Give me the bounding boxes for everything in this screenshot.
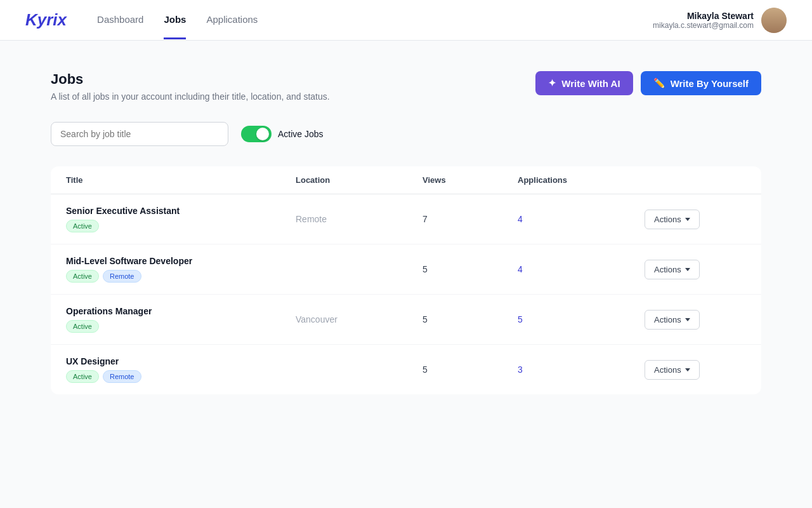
col-applications: Applications bbox=[518, 175, 645, 185]
nav-link-applications[interactable]: Applications bbox=[206, 1, 258, 39]
navbar: Kyrix Dashboard Jobs Applications Mikayl… bbox=[0, 0, 812, 41]
filters: Active Jobs bbox=[51, 122, 761, 146]
table-row: UX DesignerActiveRemote53Actions bbox=[51, 345, 761, 394]
actions-button[interactable]: Actions bbox=[645, 210, 700, 229]
chevron-down-icon bbox=[685, 268, 690, 271]
pencil-icon: ✏️ bbox=[653, 77, 665, 89]
user-info: Mikayla Stewart mikayla.c.stewart@gmail.… bbox=[653, 11, 754, 30]
col-title: Title bbox=[66, 175, 296, 185]
col-location: Location bbox=[296, 175, 422, 185]
chevron-down-icon bbox=[685, 218, 690, 221]
table-header: Title Location Views Applications bbox=[51, 166, 761, 194]
job-actions-cell: Actions bbox=[645, 310, 746, 330]
brand-logo[interactable]: Kyrix bbox=[25, 10, 67, 30]
actions-button[interactable]: Actions bbox=[645, 260, 700, 279]
job-views: 5 bbox=[422, 314, 518, 324]
ai-icon: ✦ bbox=[548, 77, 556, 89]
job-views: 5 bbox=[422, 364, 518, 375]
user-name: Mikayla Stewart bbox=[653, 11, 754, 21]
job-title-text: Operations Manager bbox=[66, 306, 296, 316]
job-title-cell: Mid-Level Software DeveloperActiveRemote bbox=[66, 256, 296, 283]
tag-remote: Remote bbox=[103, 370, 141, 383]
job-tags: Active bbox=[66, 320, 296, 333]
nav-link-dashboard[interactable]: Dashboard bbox=[97, 1, 143, 39]
search-input[interactable] bbox=[51, 122, 228, 146]
table-row: Operations ManagerActiveVancouver55Actio… bbox=[51, 295, 761, 345]
tag-active: Active bbox=[66, 320, 99, 333]
jobs-table: Title Location Views Applications Senior… bbox=[51, 166, 761, 394]
col-actions bbox=[645, 175, 746, 185]
job-tags: ActiveRemote bbox=[66, 370, 296, 383]
job-title-text: Mid-Level Software Developer bbox=[66, 256, 296, 266]
write-button-label: Write By Yourself bbox=[671, 78, 749, 89]
job-applications[interactable]: 4 bbox=[518, 264, 645, 274]
avatar[interactable] bbox=[761, 8, 787, 33]
user-profile: Mikayla Stewart mikayla.c.stewart@gmail.… bbox=[653, 8, 787, 33]
chevron-down-icon bbox=[685, 368, 690, 371]
job-applications[interactable]: 3 bbox=[518, 364, 645, 375]
job-title-cell: UX DesignerActiveRemote bbox=[66, 356, 296, 383]
table-row: Senior Executive AssistantActiveRemote74… bbox=[51, 194, 761, 244]
job-applications[interactable]: 4 bbox=[518, 214, 645, 224]
nav-link-jobs[interactable]: Jobs bbox=[164, 1, 186, 39]
job-actions-cell: Actions bbox=[645, 210, 746, 229]
job-title-text: UX Designer bbox=[66, 356, 296, 366]
col-views: Views bbox=[422, 175, 518, 185]
page-subtitle: A list of all jobs in your account inclu… bbox=[51, 91, 330, 102]
page-title: Jobs bbox=[51, 71, 330, 88]
job-title-text: Senior Executive Assistant bbox=[66, 206, 296, 216]
job-views: 7 bbox=[422, 214, 518, 224]
actions-button[interactable]: Actions bbox=[645, 310, 700, 330]
tag-active: Active bbox=[66, 370, 99, 383]
job-actions-cell: Actions bbox=[645, 360, 746, 380]
user-email: mikayla.c.stewart@gmail.com bbox=[653, 21, 754, 30]
active-jobs-toggle-group: Active Jobs bbox=[241, 126, 324, 142]
job-actions-cell: Actions bbox=[645, 260, 746, 279]
tag-remote: Remote bbox=[103, 270, 141, 283]
active-jobs-toggle[interactable] bbox=[241, 126, 272, 142]
chevron-down-icon bbox=[685, 318, 690, 321]
header-actions: ✦ Write With AI ✏️ Write By Yourself bbox=[535, 71, 761, 95]
actions-button[interactable]: Actions bbox=[645, 360, 700, 380]
write-with-ai-button[interactable]: ✦ Write With AI bbox=[535, 71, 632, 95]
main-content: Jobs A list of all jobs in your account … bbox=[25, 41, 787, 425]
nav-links: Dashboard Jobs Applications bbox=[97, 1, 653, 39]
tag-active: Active bbox=[66, 270, 99, 283]
ai-button-label: Write With AI bbox=[561, 78, 620, 89]
job-applications[interactable]: 5 bbox=[518, 314, 645, 324]
write-by-yourself-button[interactable]: ✏️ Write By Yourself bbox=[641, 71, 761, 95]
page-header: Jobs A list of all jobs in your account … bbox=[51, 71, 761, 102]
table-body: Senior Executive AssistantActiveRemote74… bbox=[51, 194, 761, 394]
job-tags: Active bbox=[66, 220, 296, 232]
job-views: 5 bbox=[422, 264, 518, 274]
page-heading: Jobs A list of all jobs in your account … bbox=[51, 71, 330, 102]
job-location: Vancouver bbox=[296, 314, 422, 324]
job-tags: ActiveRemote bbox=[66, 270, 296, 283]
active-jobs-label: Active Jobs bbox=[278, 129, 324, 139]
job-title-cell: Operations ManagerActive bbox=[66, 306, 296, 333]
table-row: Mid-Level Software DeveloperActiveRemote… bbox=[51, 244, 761, 295]
job-title-cell: Senior Executive AssistantActive bbox=[66, 206, 296, 232]
job-location: Remote bbox=[296, 214, 422, 224]
tag-active: Active bbox=[66, 220, 99, 232]
